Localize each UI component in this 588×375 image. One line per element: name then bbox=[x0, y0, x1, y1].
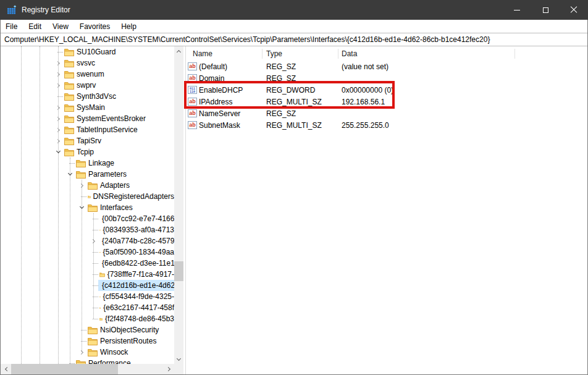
tree-item-content[interactable]: PersistentRoutes bbox=[86, 335, 174, 347]
column-divider[interactable] bbox=[338, 49, 338, 59]
titlebar[interactable]: Registry Editor bbox=[0, 0, 588, 20]
scroll-up-button[interactable] bbox=[174, 46, 183, 56]
tree-item-content[interactable]: Synth3dVsc bbox=[63, 91, 174, 102]
tree-item-content-selected[interactable]: {c412d16b-ed1e-4d62 bbox=[98, 280, 174, 291]
tree-item-content[interactable]: Adapters bbox=[86, 180, 174, 191]
address-input[interactable] bbox=[1, 33, 587, 46]
tree-item-content[interactable]: DNSRegisteredAdapters bbox=[86, 191, 174, 202]
tree-item-TabletInputService[interactable]: TabletInputService bbox=[1, 124, 174, 135]
tree-item-00b7cc92e7e74166[interactable]: {00b7cc92-e7e7-4166 bbox=[1, 213, 174, 224]
tree-item-content[interactable]: Tcpip bbox=[63, 146, 174, 158]
value-row-IPAddress[interactable]: IPAddressREG_MULTI_SZ192.168.56.1 bbox=[186, 96, 587, 107]
tree-item-content[interactable]: swenum bbox=[63, 69, 174, 80]
chevron-right-icon[interactable] bbox=[53, 80, 63, 91]
tree-item-SU10Guard[interactable]: SU10Guard bbox=[1, 46, 174, 57]
tree-item-Winsock[interactable]: Winsock bbox=[1, 347, 174, 358]
column-divider[interactable] bbox=[514, 49, 515, 59]
tree-item-content[interactable]: {6edb8422-d3ee-11e1 bbox=[98, 258, 174, 269]
minimize-button[interactable] bbox=[503, 0, 531, 20]
tree-item-c412d16bed1e4d62[interactable]: {c412d16b-ed1e-4d62 bbox=[1, 280, 174, 291]
tree-item-Parameters[interactable]: Parameters bbox=[1, 169, 174, 180]
chevron-down-icon[interactable] bbox=[77, 202, 86, 213]
tree-item-content[interactable]: {5a0f5090-1834-49aa bbox=[98, 246, 174, 258]
value-row-NameServer[interactable]: NameServerREG_SZ bbox=[186, 107, 587, 119]
chevron-down-icon[interactable] bbox=[65, 169, 75, 180]
chevron-right-icon[interactable] bbox=[53, 102, 63, 113]
chevron-right-icon[interactable] bbox=[88, 235, 98, 246]
tree-item-swprv[interactable]: swprv bbox=[1, 80, 174, 91]
menu-view[interactable]: View bbox=[47, 20, 74, 33]
tree-item-TapiSrv[interactable]: TapiSrv bbox=[1, 135, 174, 146]
chevron-right-icon[interactable] bbox=[53, 113, 63, 124]
value-row-Default[interactable]: (Default)REG_SZ(value not set) bbox=[186, 61, 587, 72]
tree-item-240a774bc28c4579[interactable]: {240a774b-c28c-4579 bbox=[1, 235, 174, 246]
column-divider[interactable] bbox=[262, 49, 262, 59]
tree-item-SystemEventsBroker[interactable]: SystemEventsBroker bbox=[1, 113, 174, 124]
column-header-data[interactable]: Data bbox=[342, 49, 587, 58]
menu-favorites[interactable]: Favorites bbox=[74, 20, 116, 33]
scroll-left-button[interactable] bbox=[1, 364, 11, 374]
tree-item-Adapters[interactable]: Adapters bbox=[1, 180, 174, 191]
tree-item-Linkage[interactable]: Linkage bbox=[1, 158, 174, 169]
tree-item-svsvc[interactable]: svsvc bbox=[1, 57, 174, 69]
tree-item-content[interactable]: {f2f48748-de86-45b3 bbox=[98, 313, 174, 324]
menu-file[interactable]: File bbox=[1, 20, 23, 33]
tree-item-Interfaces[interactable]: Interfaces bbox=[1, 202, 174, 213]
tree-item-Tcpip[interactable]: Tcpip bbox=[1, 146, 174, 158]
tree-item-content[interactable]: {e63c2167-4417-458f bbox=[98, 302, 174, 313]
menu-edit[interactable]: Edit bbox=[23, 20, 47, 33]
tree-horizontal-scrollbar[interactable] bbox=[1, 364, 174, 374]
tree-item-e63c21674417458f[interactable]: {e63c2167-4417-458f bbox=[1, 302, 174, 313]
tree-item-content[interactable]: TabletInputService bbox=[63, 124, 174, 135]
value-row-SubnetMask[interactable]: SubnetMaskREG_MULTI_SZ255.255.255.0 bbox=[186, 119, 587, 131]
scroll-right-button[interactable] bbox=[164, 364, 174, 374]
tree-item-content[interactable]: {00b7cc92-e7e7-4166 bbox=[98, 213, 174, 224]
tree-item-5a0f5090183449aa[interactable]: {5a0f5090-1834-49aa bbox=[1, 246, 174, 258]
tree-item-Synth3dVsc[interactable]: Synth3dVsc bbox=[1, 91, 174, 102]
tree-item-content[interactable]: {cf554344-f9de-4325- bbox=[98, 291, 174, 302]
tree-item-content[interactable]: {240a774b-c28c-4579 bbox=[98, 235, 174, 246]
tree-item-content[interactable]: Linkage bbox=[75, 158, 174, 169]
chevron-right-icon[interactable] bbox=[77, 180, 86, 191]
vertical-scroll-thumb[interactable] bbox=[174, 261, 183, 281]
tree-item-PersistentRoutes[interactable]: PersistentRoutes bbox=[1, 335, 174, 347]
tree-item-content[interactable]: SysMain bbox=[63, 102, 174, 113]
tree-item-swenum[interactable]: swenum bbox=[1, 69, 174, 80]
tree-item-NsiObjectSecurity[interactable]: NsiObjectSecurity bbox=[1, 324, 174, 335]
column-header-name[interactable]: Name bbox=[188, 49, 266, 58]
tree-item-f2f48748de8645b3[interactable]: {f2f48748-de86-45b3 bbox=[1, 313, 174, 324]
maximize-button[interactable] bbox=[531, 0, 560, 20]
tree-vertical-scrollbar[interactable] bbox=[174, 46, 183, 364]
close-button[interactable] bbox=[560, 0, 588, 20]
tree-item-Performance[interactable]: Performance bbox=[1, 358, 174, 364]
tree-item-content[interactable]: Interfaces bbox=[86, 202, 174, 213]
tree-item-cf554344f9de4325[interactable]: {cf554344-f9de-4325- bbox=[1, 291, 174, 302]
menu-help[interactable]: Help bbox=[116, 20, 142, 33]
value-row-EnableDHCP[interactable]: EnableDHCPREG_DWORD0x00000000 (0) bbox=[186, 84, 587, 96]
tree-item-content[interactable]: SystemEventsBroker bbox=[63, 113, 174, 124]
chevron-right-icon[interactable] bbox=[53, 57, 63, 69]
value-row-Domain[interactable]: DomainREG_SZ bbox=[186, 72, 587, 84]
chevron-right-icon[interactable] bbox=[77, 347, 86, 358]
column-header-type[interactable]: Type bbox=[266, 49, 342, 58]
tree-item-content[interactable]: Performance bbox=[75, 358, 174, 364]
tree-item-content[interactable]: TapiSrv bbox=[63, 135, 174, 146]
tree-item-content[interactable]: svsvc bbox=[63, 57, 174, 69]
tree-item-content[interactable]: {08349353-af0a-4713 bbox=[98, 224, 174, 235]
tree-item-content[interactable]: NsiObjectSecurity bbox=[86, 324, 174, 335]
tree-item-content[interactable]: Parameters bbox=[75, 169, 174, 180]
tree-item-content[interactable]: {738fffe7-f1ca-4917- bbox=[98, 269, 174, 280]
tree-item-DNSRegisteredAdapters[interactable]: DNSRegisteredAdapters bbox=[1, 191, 174, 202]
chevron-right-icon[interactable] bbox=[53, 135, 63, 146]
tree-item-738fffe7f1ca4917[interactable]: {738fffe7-f1ca-4917- bbox=[1, 269, 174, 280]
tree-item-6edb8422d3ee11e1[interactable]: {6edb8422-d3ee-11e1 bbox=[1, 258, 174, 269]
chevron-right-icon[interactable] bbox=[53, 69, 63, 80]
tree-item-SysMain[interactable]: SysMain bbox=[1, 102, 174, 113]
scroll-down-button[interactable] bbox=[174, 355, 183, 364]
tree-item-08349353af0a4713[interactable]: {08349353-af0a-4713 bbox=[1, 224, 174, 235]
chevron-right-icon[interactable] bbox=[53, 124, 63, 135]
tree-item-content[interactable]: SU10Guard bbox=[63, 46, 174, 57]
chevron-down-icon[interactable] bbox=[53, 146, 63, 158]
horizontal-scroll-thumb[interactable] bbox=[11, 364, 118, 374]
tree-item-content[interactable]: Winsock bbox=[86, 347, 174, 358]
